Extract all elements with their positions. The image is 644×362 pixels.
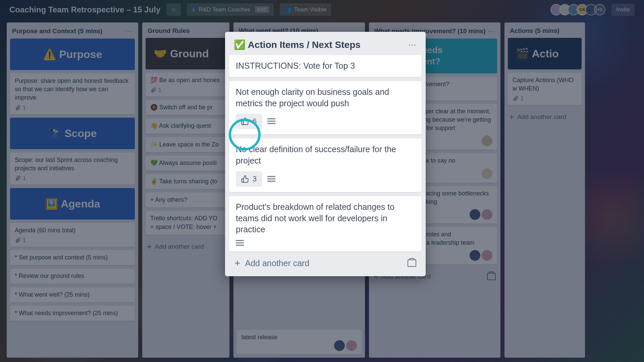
popup-title[interactable]: ✅ Action Items / Next Steps bbox=[234, 39, 361, 50]
popup-card[interactable]: No clear definition of success/failure f… bbox=[229, 138, 422, 192]
description-icon bbox=[267, 176, 275, 182]
popup-menu-icon[interactable]: ⋯ bbox=[408, 40, 417, 50]
vote-badge[interactable]: 6 bbox=[236, 114, 262, 129]
description-icon bbox=[236, 240, 244, 246]
popup-card[interactable]: Product's breakdown of related changes t… bbox=[229, 196, 422, 251]
description-icon bbox=[267, 118, 275, 124]
add-card-button[interactable]: +Add another card bbox=[234, 257, 309, 269]
popup-card[interactable]: INSTRUCTIONS: Vote for Top 3 bbox=[229, 55, 422, 77]
popup-action-items: ✅ Action Items / Next Steps ⋯ INSTRUCTIO… bbox=[225, 32, 426, 276]
template-icon[interactable] bbox=[408, 259, 416, 267]
popup-card[interactable]: Not enough clarity on business goals and… bbox=[229, 81, 422, 135]
vote-badge[interactable]: 3 bbox=[236, 171, 262, 187]
